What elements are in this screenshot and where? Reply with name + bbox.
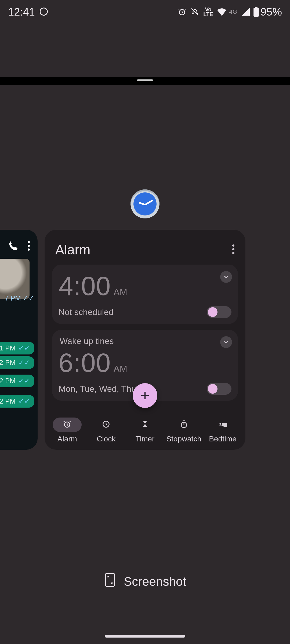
alarm-item[interactable]: 4:00 AM Not scheduled — [52, 265, 238, 324]
tab-label: Stopwatch — [166, 435, 201, 443]
alarm-time: 4:00 — [59, 271, 111, 301]
stopwatch-icon — [179, 420, 189, 430]
chat-image-thumbnail — [0, 259, 30, 299]
alarm-set-icon — [177, 7, 187, 16]
svg-rect-2 — [253, 8, 259, 17]
svg-point-4 — [28, 241, 30, 243]
svg-point-5 — [28, 245, 30, 247]
hourglass-icon — [141, 420, 149, 430]
tab-clock[interactable]: Clock — [87, 418, 125, 443]
wifi-icon — [217, 8, 227, 16]
read-ticks-icon: ✓✓ — [18, 358, 30, 367]
tab-timer[interactable]: Timer — [126, 418, 164, 443]
gesture-nav-bar[interactable] — [105, 635, 185, 638]
alarm-ampm: AM — [114, 287, 127, 297]
alarm-time: 6:00 — [59, 348, 111, 378]
alarm-label: Wake up tines — [59, 336, 231, 346]
read-ticks-icon: ✓✓ — [18, 397, 30, 405]
recents-card-previous[interactable]: 7 PM ✓✓ 1 PM✓✓ 2 PM✓✓ 2 PM✓✓ 2 PM✓✓ — [0, 230, 38, 450]
whatsapp-notif-icon — [39, 7, 49, 17]
message-bubble: 2 PM✓✓ — [0, 395, 34, 408]
screenshot-label: Screenshot — [124, 574, 186, 589]
page-title: Alarm — [55, 242, 90, 258]
more-icon — [27, 241, 30, 251]
signal-icon — [241, 8, 250, 16]
message-bubble: 1 PM✓✓ — [0, 342, 34, 354]
message-bubble: 2 PM✓✓ — [0, 356, 34, 369]
screenshot-icon — [104, 572, 116, 590]
svg-rect-13 — [106, 573, 115, 587]
battery-icon — [253, 7, 259, 17]
svg-point-9 — [232, 252, 234, 254]
network-type: 4G — [229, 8, 237, 15]
svg-point-7 — [232, 244, 234, 247]
tab-stopwatch[interactable]: Stopwatch — [165, 418, 203, 443]
read-ticks-icon: ✓✓ — [18, 344, 30, 352]
tab-label: Timer — [136, 435, 155, 443]
battery-percent: 95% — [260, 6, 282, 18]
read-ticks-icon: ✓✓ — [23, 294, 34, 302]
expand-icon[interactable] — [220, 271, 232, 283]
screenshot-button[interactable]: Screenshot — [104, 572, 186, 590]
bottom-nav: Alarm Clock Timer Stopwatch — [45, 418, 245, 443]
tab-label: Alarm — [57, 435, 77, 443]
alarm-toggle[interactable] — [207, 306, 231, 318]
clock-icon — [102, 420, 111, 430]
phone-icon — [8, 240, 18, 251]
svg-point-6 — [28, 248, 30, 251]
read-ticks-icon: ✓✓ — [18, 377, 30, 385]
tab-alarm[interactable]: Alarm — [48, 418, 86, 443]
alarm-icon — [63, 420, 72, 430]
tab-bedtime[interactable]: Bedtime — [204, 418, 242, 443]
tab-label: Clock — [97, 435, 115, 443]
svg-rect-3 — [255, 7, 258, 8]
bed-icon — [218, 420, 228, 429]
status-bar: 12:41 VoLTE 4G — [0, 0, 290, 24]
alarm-ampm: AM — [114, 364, 127, 374]
recents-card-clock[interactable]: Alarm 4:00 AM Not scheduled Wake — [45, 230, 245, 450]
alarm-status: Not scheduled — [59, 307, 114, 317]
svg-point-8 — [232, 248, 234, 250]
recents-app-icon-clock[interactable] — [130, 189, 160, 218]
recents-viewport: 7 PM ✓✓ 1 PM✓✓ 2 PM✓✓ 2 PM✓✓ 2 PM✓✓ Alar… — [0, 85, 290, 644]
message-bubble: 2 PM✓✓ — [0, 375, 34, 387]
message-timestamp: 7 PM ✓✓ — [5, 294, 34, 302]
status-clock: 12:41 — [8, 6, 35, 18]
overflow-menu-icon[interactable] — [232, 244, 235, 255]
quick-settings-handle[interactable] — [0, 77, 290, 85]
alarm-toggle[interactable] — [207, 383, 231, 395]
volte-icon: VoLTE — [203, 7, 213, 17]
expand-icon[interactable] — [220, 336, 232, 348]
add-alarm-button[interactable] — [133, 383, 157, 408]
tab-label: Bedtime — [209, 435, 237, 443]
dnd-off-icon — [190, 7, 200, 16]
